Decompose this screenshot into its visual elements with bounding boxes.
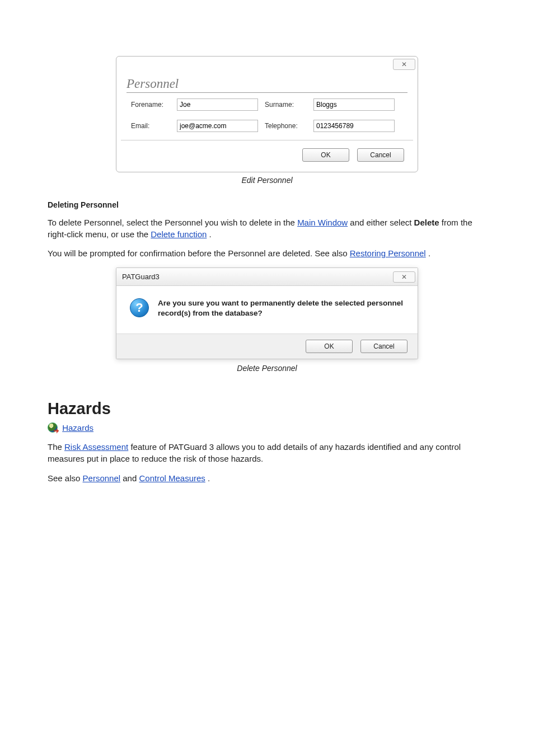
figure-caption: Delete Personnel [48, 364, 486, 373]
figure-caption: Edit Personnel [48, 176, 486, 185]
confirm-message: Are you sure you want to permanently del… [158, 298, 406, 318]
text: . [208, 473, 210, 483]
text: and either select [350, 218, 414, 227]
link-control-measures[interactable]: Control Measures [139, 473, 205, 483]
question-icon: ? [130, 298, 149, 317]
hazards-link-row: Hazards [48, 422, 486, 434]
telephone-field[interactable] [313, 120, 395, 132]
ok-button[interactable]: OK [302, 148, 349, 162]
dialog-titlebar: PATGuard3 ✕ [116, 268, 418, 286]
surname-label: Surname: [265, 101, 307, 109]
text: See also [48, 473, 83, 483]
divider [127, 92, 407, 93]
group-label-personnel: Personnel [116, 76, 418, 91]
link-delete-function[interactable]: Delete function [151, 229, 207, 239]
dialog-titlebar: ✕ [116, 57, 418, 76]
para-delete-1: To delete Personnel, select the Personne… [48, 217, 486, 240]
para-delete-2: You will be prompted for confirmation be… [48, 248, 486, 260]
text: To delete Personnel, select the Personne… [48, 218, 297, 227]
email-label: Email: [131, 122, 170, 130]
text: You will be prompted for confirmation be… [48, 248, 350, 258]
forename-field[interactable] [177, 98, 258, 111]
hazards-intro: The Risk Assessment feature of PATGuard … [48, 442, 486, 464]
cancel-button[interactable]: Cancel [357, 148, 404, 162]
text: and [123, 473, 139, 483]
heading-deleting-personnel: Deleting Personnel [48, 200, 486, 209]
link-risk-assessment[interactable]: Risk Assessment [64, 442, 128, 452]
text-bold-delete: Delete [414, 218, 439, 227]
personnel-dialog: ✕ Personnel Forename: Surname: Email: Te… [116, 56, 418, 172]
text: . [428, 248, 430, 258]
close-icon[interactable]: ✕ [393, 59, 415, 70]
link-main-window[interactable]: Main Window [297, 218, 348, 227]
confirm-dialog: PATGuard3 ✕ ? Are you sure you want to p… [116, 267, 418, 359]
section-title-hazards: Hazards [48, 400, 486, 418]
dialog-title: PATGuard3 [122, 273, 160, 281]
telephone-label: Telephone: [265, 122, 307, 130]
globe-icon [48, 422, 58, 433]
forename-label: Forename: [131, 101, 170, 109]
email-field[interactable] [177, 120, 258, 132]
link-hazards[interactable]: Hazards [62, 423, 93, 433]
surname-field[interactable] [313, 98, 395, 111]
ok-button[interactable]: OK [306, 340, 353, 353]
text: . [209, 229, 212, 239]
close-icon[interactable]: ✕ [393, 271, 415, 283]
link-personnel[interactable]: Personnel [83, 473, 121, 483]
see-also: See also Personnel and Control Measures … [48, 473, 486, 485]
cancel-button[interactable]: Cancel [360, 340, 407, 353]
link-restoring-personnel[interactable]: Restoring Personnel [350, 248, 426, 258]
